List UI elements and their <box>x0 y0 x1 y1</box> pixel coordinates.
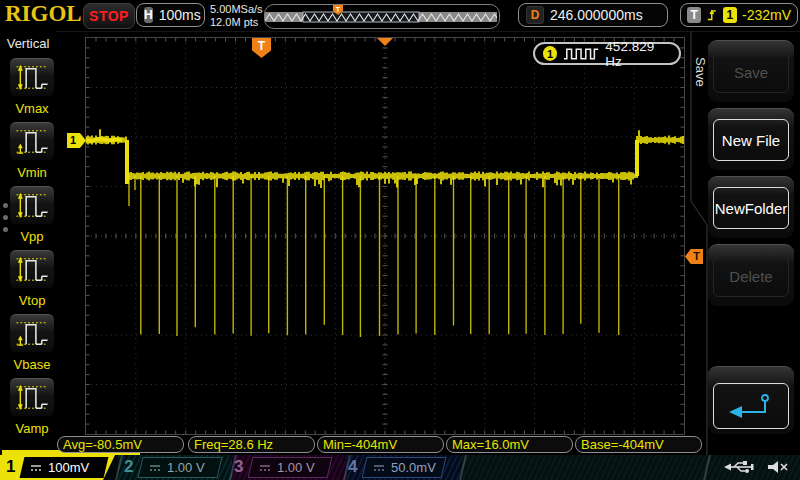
softkey-new-folder[interactable]: NewFolder <box>708 176 794 238</box>
channel3-scale: 1.00 V <box>277 460 315 475</box>
trigger-level-value: -232mV <box>742 7 791 23</box>
dc-coupling-icon <box>149 463 161 473</box>
softkey-label: NewFolder <box>713 187 789 229</box>
measure-item-vbase[interactable]: Vbase <box>9 314 55 372</box>
page-indicator-dot <box>3 215 8 220</box>
page-indicator-dot <box>3 203 8 208</box>
channel1-scale-box[interactable]: 100mV <box>20 457 109 478</box>
left-measure-menu: Vertical Vmax Vmin Vpp Vtop Vbase Vamp <box>0 31 56 455</box>
trigger-box[interactable]: T 1 -232mV <box>680 3 798 27</box>
left-menu-title: Vertical <box>0 36 56 51</box>
trigger-source-chip: 1 <box>723 7 737 23</box>
rigol-logo: RIGOL <box>5 1 82 27</box>
softkey-label: Delete <box>713 255 789 297</box>
softkey-delete[interactable]: Delete <box>708 244 794 306</box>
h-chip: H <box>144 7 153 23</box>
delay-center-marker-icon <box>377 38 393 46</box>
measure-readout-base: Base=-404mV <box>575 436 702 453</box>
horizontal-scale-value: 100ms <box>159 7 201 23</box>
return-arrow-icon <box>723 391 779 421</box>
sample-rate: 5.00MSa/s <box>210 3 263 16</box>
measure-readout-freq: Freq=28.6 Hz <box>188 436 315 453</box>
softkey-new-file[interactable]: New File <box>708 108 794 170</box>
channel1-scale: 100mV <box>48 460 89 475</box>
measure-readout-avg: Avg=-80.5mV <box>57 436 184 453</box>
rising-edge-icon <box>706 7 718 23</box>
vbase-icon <box>10 314 54 352</box>
run-state-indicator[interactable]: STOP <box>83 3 135 29</box>
channel4-scale-box[interactable]: 50.0mV <box>362 457 447 478</box>
softkey-label: New File <box>713 119 789 161</box>
measure-item-vamp[interactable]: Vamp <box>9 378 55 436</box>
channel1-trace <box>86 38 684 434</box>
measure-item-vpp[interactable]: Vpp <box>9 186 55 244</box>
softkey-save[interactable]: Save <box>708 40 794 102</box>
measure-readout-max: Max=16.0mV <box>446 436 573 453</box>
dc-coupling-icon <box>30 463 42 473</box>
dc-coupling-icon <box>373 463 385 473</box>
waveform-display <box>85 37 685 435</box>
svg-text:T: T <box>336 6 341 13</box>
t-chip: T <box>687 7 701 23</box>
delay-value: 246.000000ms <box>550 7 643 23</box>
measure-item-vtop[interactable]: Vtop <box>9 250 55 308</box>
frequency-counter-badge: 1 452.829 Hz <box>533 42 681 65</box>
top-status-bar: RIGOL STOP H 100ms 5.00MSa/s 12.0M pts T… <box>0 0 800 32</box>
channel1-number: 1 <box>6 457 15 477</box>
channel-status-bar: 1 100mV 2 1.00 V 3 <box>0 455 800 480</box>
channel4-scale: 50.0mV <box>391 460 436 475</box>
oscilloscope-screen: RIGOL STOP H 100ms 5.00MSa/s 12.0M pts T… <box>0 0 800 480</box>
softkey-return[interactable] <box>708 366 794 434</box>
channel2-number[interactable]: 2 <box>124 457 133 477</box>
dc-coupling-icon <box>259 463 271 473</box>
memory-depth: 12.0M pts <box>210 16 263 29</box>
acquisition-info: 5.00MSa/s 12.0M pts <box>210 3 263 28</box>
measure-item-label: Vamp <box>9 421 55 436</box>
waveform-memory-preview[interactable]: T <box>264 4 500 29</box>
page-indicator-dot <box>3 227 8 232</box>
square-wave-icon <box>563 47 599 60</box>
vamp-icon <box>10 378 54 416</box>
menu-tab-label: Save <box>693 57 708 87</box>
freq-counter-channel-chip: 1 <box>543 46 557 61</box>
memory-zigzag-icon: T <box>265 5 497 26</box>
speaker-muted-icon[interactable] <box>766 458 790 476</box>
horizontal-scale-box[interactable]: H 100ms <box>136 3 205 27</box>
vpp-icon <box>10 186 54 224</box>
measure-readout-min: Min=-404mV <box>317 436 444 453</box>
measure-item-label: Vbase <box>9 357 55 372</box>
measure-item-label: Vpp <box>9 229 55 244</box>
softkey-label: Save <box>713 51 789 93</box>
channel2-scale-box[interactable]: 1.00 V <box>138 457 223 478</box>
right-soft-menu: Save Save New File NewFolder Delete <box>690 31 800 455</box>
measure-item-label: Vmax <box>9 101 55 116</box>
channel3-scale-box[interactable]: 1.00 V <box>248 457 333 478</box>
vtop-icon <box>10 250 54 288</box>
measure-item-vmin[interactable]: Vmin <box>9 122 55 180</box>
measure-item-label: Vmin <box>9 165 55 180</box>
usb-icon <box>722 458 756 476</box>
vmin-icon <box>10 122 54 160</box>
channel2-scale: 1.00 V <box>167 460 205 475</box>
d-chip: D <box>526 6 544 24</box>
vmax-icon <box>10 58 54 96</box>
delay-box[interactable]: D 246.000000ms <box>518 3 668 27</box>
channel1-level-flag-icon[interactable]: 1 <box>67 133 86 148</box>
freq-counter-value: 452.829 Hz <box>605 39 671 69</box>
measure-item-label: Vtop <box>9 293 55 308</box>
measure-item-vmax[interactable]: Vmax <box>9 58 55 116</box>
